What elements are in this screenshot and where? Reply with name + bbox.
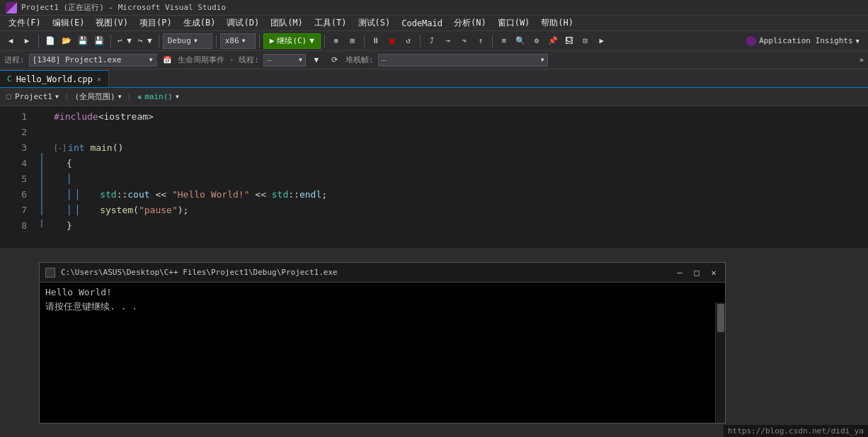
menu-analyze[interactable]: 分析(N) (448, 16, 492, 30)
scope-value: (全局范围) (74, 91, 115, 102)
step-over-btn[interactable]: ↷ (457, 33, 472, 49)
menu-test[interactable]: 测试(S) (353, 16, 396, 30)
menu-project[interactable]: 项目(P) (134, 16, 178, 30)
extra-btn-6[interactable]: ⊡ (578, 33, 593, 49)
step-out-btn[interactable]: ↑ (473, 33, 489, 49)
thread-search-icon[interactable]: ⟳ (327, 52, 343, 68)
debug-toolbar-expand[interactable]: » (859, 55, 864, 64)
stop-button[interactable]: ■ (384, 33, 400, 49)
application-insights-button[interactable]: Application Insights ▼ (741, 33, 865, 49)
code-gutter (35, 106, 48, 248)
code-line-4: { (54, 156, 862, 171)
member-dropdown-arrow: ▼ (176, 93, 179, 100)
debug-config-label: Debug (168, 36, 191, 45)
code-content[interactable]: #include<iostream> [-]int main() { │ ││ … (48, 106, 868, 248)
menu-codemaid[interactable]: CodeMaid (396, 17, 448, 30)
console-close-button[interactable]: ✕ (708, 267, 719, 278)
line-num-5: 5 (0, 171, 27, 187)
extra-btn-7[interactable]: ▶ (594, 33, 610, 49)
console-line-2: 请按任意键继续. . . (45, 300, 719, 314)
breakpoints-button[interactable]: ⊞ (345, 33, 360, 49)
code-line-6: ││ std::cout << "Hello World!" << std::e… (54, 187, 862, 203)
line-num-8: 8 (0, 218, 27, 234)
scope-dropdown-arrow: ▼ (118, 93, 122, 100)
process-dropdown-arrow: ▼ (149, 57, 153, 63)
menu-window[interactable]: 窗口(W) (492, 16, 536, 30)
toolbar-separator-3 (159, 35, 159, 47)
console-minimize-button[interactable]: — (674, 267, 685, 278)
stack-label: 堆栈帧: (346, 55, 374, 65)
platform-dropdown[interactable]: x86 ▼ (220, 33, 256, 49)
console-window-controls: — □ ✕ (674, 267, 719, 278)
title-bar: Project1 (正在运行) - Microsoft Visual Studi… (0, 0, 868, 16)
console-maximize-button[interactable]: □ (691, 267, 702, 278)
process-value: [1348] Project1.exe (33, 55, 122, 64)
console-output: Hello World! 请按任意键继续. . . (40, 283, 725, 317)
console-scrollbar[interactable] (715, 302, 725, 423)
extra-btn-2[interactable]: 🔍 (513, 33, 528, 49)
lifecycle-label: 生命周期事件 (178, 55, 224, 65)
scope-dropdown[interactable]: (全局范围) ▼ (74, 91, 121, 102)
forward-button[interactable]: ▶ (19, 33, 35, 49)
stackframe-dropdown[interactable]: — ▼ (378, 54, 548, 67)
back-button[interactable]: ◀ (3, 33, 18, 49)
toolbar-separator-6 (324, 35, 325, 47)
gutter-line-8 (35, 215, 48, 231)
stackframe-dropdown-arrow: ▼ (541, 57, 544, 63)
redo-button[interactable]: ↪ ▼ (135, 33, 155, 49)
menu-view[interactable]: 视图(V) (90, 16, 134, 30)
menu-build[interactable]: 生成(B) (178, 16, 222, 30)
extra-btn-4[interactable]: 📌 (545, 33, 561, 49)
line-num-2: 2 (0, 125, 27, 140)
line-num-7: 7 (0, 203, 27, 218)
menu-help[interactable]: 帮助(H) (535, 16, 579, 30)
process-dropdown[interactable]: [1348] Project1.exe ▼ (29, 54, 156, 67)
add-breakpoint-button[interactable]: ⊕ (329, 33, 344, 49)
pause-button[interactable]: ⏸ (368, 33, 384, 49)
tab-hello-world[interactable]: C Hello_World.cpp ✕ (0, 70, 109, 87)
menu-tools[interactable]: 工具(T) (309, 16, 353, 30)
thread-dropdown[interactable]: — ▼ (263, 54, 306, 67)
member-icon: ◈ (137, 93, 142, 101)
lifecycle-icon: 📅 (159, 52, 175, 68)
undo-button[interactable]: ↩ ▼ (115, 33, 135, 49)
show-next-btn[interactable]: ⤴ (424, 33, 440, 49)
nav-separator-1: | (64, 92, 69, 101)
toolbar-group-undo: ↩ ▼ ↪ ▼ (115, 33, 155, 49)
project-name: Project1 (15, 92, 52, 101)
window-title: Project1 (正在运行) - Microsoft Visual Studi… (21, 2, 226, 13)
debug-config-dropdown[interactable]: Debug ▼ (163, 33, 212, 49)
toolbar-group-extra: ≡ 🔍 ⚙ 📌 ⛾ ⊡ ▶ (496, 33, 610, 49)
gutter-line-1 (35, 106, 48, 122)
new-project-button[interactable]: 📄 (42, 33, 58, 49)
line-num-4: 4 (0, 156, 27, 171)
platform-label: x86 (225, 36, 239, 45)
continue-button[interactable]: ▶ 继续(C) ▼ (263, 33, 321, 49)
code-line-7: ││ system("pause"); (54, 203, 862, 218)
console-scrollbar-thumb[interactable] (717, 304, 724, 332)
open-button[interactable]: 📂 (59, 33, 74, 49)
application-insights-icon (746, 36, 756, 46)
extra-btn-5[interactable]: ⛾ (561, 33, 577, 49)
filter-icon[interactable]: ▼ (309, 52, 324, 68)
menu-bar: 文件(F) 编辑(E) 视图(V) 项目(P) 生成(B) 调试(D) 团队(M… (0, 16, 868, 31)
menu-debug[interactable]: 调试(D) (221, 16, 265, 30)
toolbar-separator-2 (110, 35, 111, 47)
menu-file[interactable]: 文件(F) (3, 16, 47, 30)
project-dropdown[interactable]: ⬡ Project1 ▼ (6, 92, 59, 101)
menu-team[interactable]: 团队(M) (265, 16, 309, 30)
extra-btn-3[interactable]: ⚙ (529, 33, 544, 49)
menu-edit[interactable]: 编辑(E) (47, 16, 91, 30)
save-button[interactable]: 💾 (91, 33, 107, 49)
member-value: main() (144, 92, 173, 101)
code-editor[interactable]: 1 2 3 4 5 6 7 8 #include<iostream> (0, 106, 868, 248)
step-into-btn[interactable]: → (440, 33, 456, 49)
toolbar-group-2: 📄 📂 💾 💾 (42, 33, 107, 49)
save-all-button[interactable]: 💾 (75, 33, 91, 49)
restart-button[interactable]: ↺ (401, 33, 416, 49)
toolbar-group-1: ◀ ▶ (3, 33, 35, 49)
member-dropdown[interactable]: ◈ main() ▼ (137, 92, 179, 101)
tab-close-button[interactable]: ✕ (97, 75, 101, 83)
extra-btn-1[interactable]: ≡ (496, 33, 512, 49)
toolbar-group-step: ⤴ → ↷ ↑ (424, 33, 489, 49)
